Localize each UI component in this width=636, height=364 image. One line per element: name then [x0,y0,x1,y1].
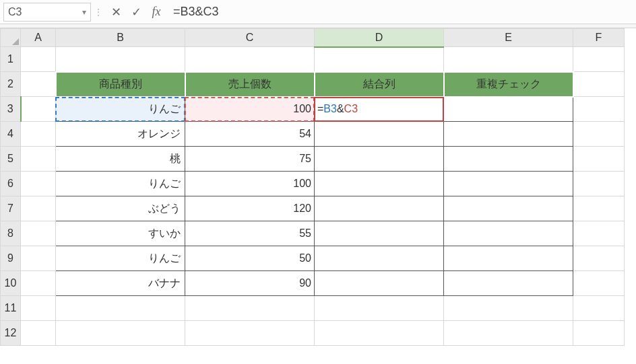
cell[interactable] [573,72,625,97]
cell[interactable] [444,196,573,221]
name-box-dropdown-icon[interactable]: ▾ [82,7,86,17]
row-header-4[interactable]: 4 [1,122,21,147]
cancel-icon[interactable]: ✕ [106,3,126,22]
cell[interactable] [444,221,573,246]
row-header-6[interactable]: 6 [1,172,21,196]
table-header[interactable]: 結合列 [315,72,444,97]
cell[interactable] [573,172,625,196]
cell[interactable]: 54 [185,122,315,147]
cell[interactable] [315,147,444,172]
cell[interactable]: りんご [56,246,185,271]
cell[interactable] [315,271,444,296]
row-header-12[interactable]: 12 [1,321,21,346]
col-header-D[interactable]: D [315,29,444,47]
cell[interactable]: 120 [185,196,315,221]
cell[interactable]: オレンジ [56,122,185,147]
cell[interactable] [21,147,56,172]
cell[interactable] [573,147,625,172]
cell[interactable] [21,271,56,296]
cell[interactable]: ぶどう [56,196,185,221]
formula-eq: = [317,103,323,114]
cell[interactable]: 75 [185,147,315,172]
cell[interactable] [444,97,573,122]
cell[interactable]: 55 [185,221,315,246]
cell[interactable] [444,271,573,296]
cell[interactable] [185,321,315,346]
cell[interactable]: りんご [56,172,185,196]
cell[interactable] [444,172,573,196]
cell[interactable] [56,47,185,72]
cell[interactable] [444,296,573,321]
cell[interactable] [56,296,185,321]
cell[interactable] [573,296,625,321]
cell[interactable] [444,246,573,271]
row-header-7[interactable]: 7 [1,196,21,221]
cell[interactable] [573,246,625,271]
table-header[interactable]: 売上個数 [185,72,315,97]
col-header-C[interactable]: C [185,29,315,47]
cell[interactable] [21,246,56,271]
cell[interactable] [315,122,444,147]
col-header-A[interactable]: A [21,29,56,47]
cell[interactable]: 100 [185,172,315,196]
cell[interactable] [21,97,56,122]
cell[interactable] [444,321,573,346]
cell[interactable] [21,196,56,221]
cell[interactable] [444,147,573,172]
row-header-1[interactable]: 1 [1,47,21,72]
cell[interactable] [315,196,444,221]
cell[interactable] [573,196,625,221]
cell[interactable] [315,246,444,271]
cell-D3-editing[interactable]: =B3&C3 [315,97,444,122]
cell[interactable] [56,321,185,346]
cell[interactable] [444,47,573,72]
cell[interactable] [21,321,56,346]
cell[interactable] [315,321,444,346]
cell[interactable]: すいか [56,221,185,246]
table-header[interactable]: 重複チェック [444,72,573,97]
col-header-B[interactable]: B [56,29,185,47]
fx-icon[interactable]: fx [146,3,166,22]
cell-B3[interactable]: りんご [56,97,185,122]
cell-C3[interactable]: 100 [185,97,315,122]
cell[interactable] [21,47,56,72]
cell[interactable]: 90 [185,271,315,296]
row-header-8[interactable]: 8 [1,221,21,246]
cell[interactable] [21,72,56,97]
row-header-3[interactable]: 3 [1,97,21,122]
cell[interactable]: バナナ [56,271,185,296]
cell[interactable] [573,271,625,296]
col-header-F[interactable]: F [573,29,625,47]
cell[interactable] [444,122,573,147]
cell[interactable]: 桃 [56,147,185,172]
cell[interactable] [573,97,625,122]
row-header-10[interactable]: 10 [1,271,21,296]
enter-icon[interactable]: ✓ [126,3,146,22]
cell[interactable] [573,221,625,246]
row-header-11[interactable]: 11 [1,296,21,321]
spreadsheet-grid[interactable]: A B C D E F 1 2 商品種別 売上個数 結合列 重複チェック [0,28,636,364]
row-header-9[interactable]: 9 [1,246,21,271]
row-header-2[interactable]: 2 [1,72,21,97]
cell[interactable] [21,296,56,321]
cell[interactable] [573,47,625,72]
cell[interactable] [21,221,56,246]
cell[interactable] [573,321,625,346]
cell[interactable] [21,172,56,196]
cell[interactable]: 50 [185,246,315,271]
cell[interactable] [21,122,56,147]
cell[interactable] [315,172,444,196]
row-header-5[interactable]: 5 [1,147,21,172]
name-box-value: C3 [8,6,22,18]
cell[interactable] [315,47,444,72]
table-header[interactable]: 商品種別 [56,72,185,97]
cell[interactable] [185,47,315,72]
cell[interactable] [315,296,444,321]
cell[interactable] [573,122,625,147]
cell[interactable] [315,221,444,246]
cell[interactable] [185,296,315,321]
formula-input[interactable]: =B3&C3 [166,3,633,22]
col-header-E[interactable]: E [444,29,573,47]
name-box[interactable]: C3 ▾ [3,3,91,22]
select-all-corner[interactable] [1,29,21,47]
